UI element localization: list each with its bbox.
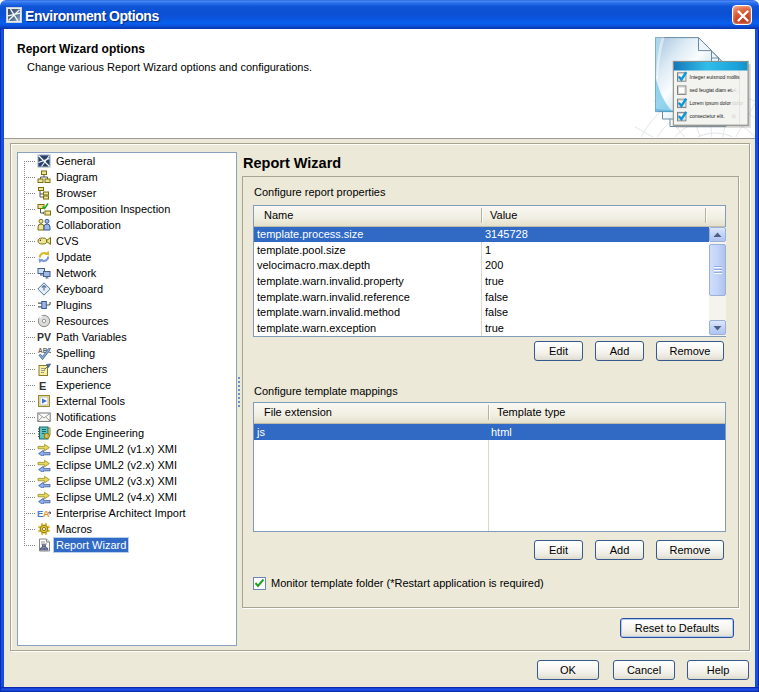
svg-text:consectetur elit.: consectetur elit. [690,113,725,119]
svg-text:sed feugiat diam et.: sed feugiat diam et. [690,87,734,93]
svg-text:PV: PV [37,331,51,343]
svg-text:Integer euismod mollis: Integer euismod mollis [690,74,741,80]
svg-text:lit.: lit. [732,113,737,119]
svg-text:dolor: dolor [732,100,743,106]
svg-text:Lorem ipsum dolor: Lorem ipsum dolor [690,100,732,106]
svg-text:E: E [39,380,46,392]
